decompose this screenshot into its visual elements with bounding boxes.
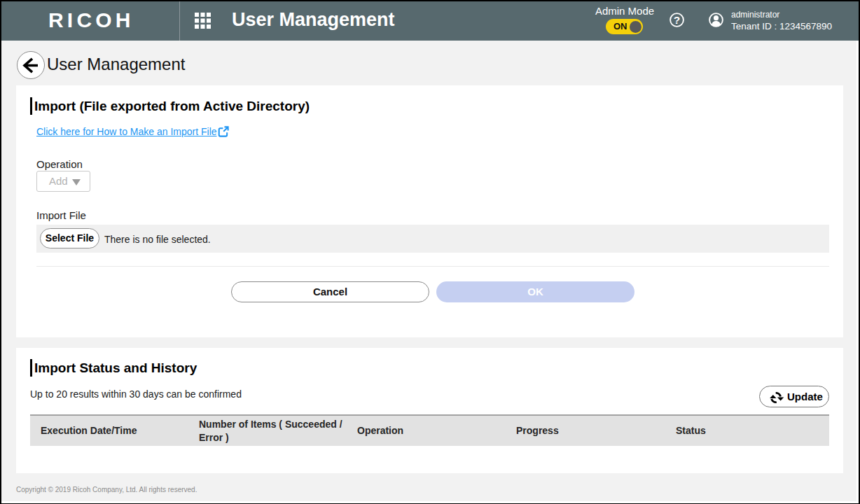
svg-text:?: ?	[674, 14, 680, 26]
